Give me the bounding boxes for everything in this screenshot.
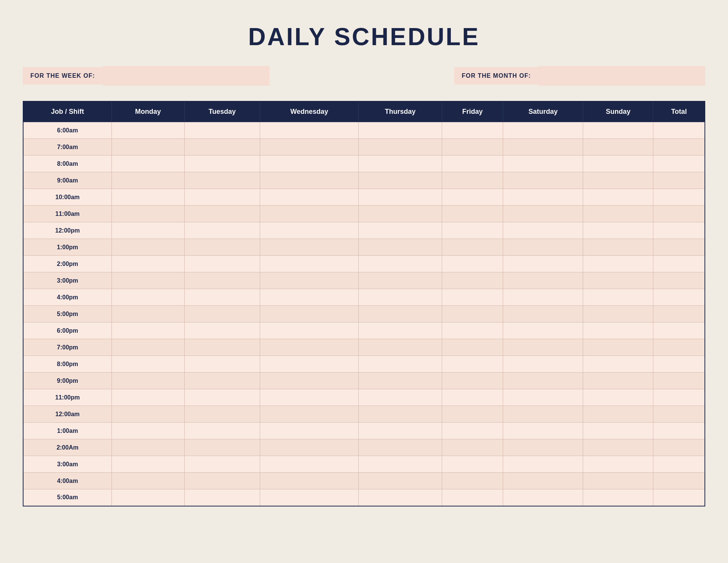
schedule-cell[interactable] bbox=[359, 306, 442, 322]
schedule-cell[interactable] bbox=[503, 456, 583, 473]
schedule-cell[interactable] bbox=[260, 256, 359, 272]
schedule-cell[interactable] bbox=[442, 206, 503, 222]
schedule-cell[interactable] bbox=[442, 189, 503, 206]
schedule-cell[interactable] bbox=[442, 356, 503, 373]
schedule-cell[interactable] bbox=[653, 373, 705, 389]
schedule-cell[interactable] bbox=[583, 206, 653, 222]
schedule-cell[interactable] bbox=[184, 473, 260, 489]
schedule-cell[interactable] bbox=[112, 222, 185, 239]
schedule-cell[interactable] bbox=[112, 356, 185, 373]
schedule-cell[interactable] bbox=[112, 423, 185, 439]
schedule-cell[interactable] bbox=[260, 272, 359, 289]
schedule-cell[interactable] bbox=[359, 122, 442, 139]
schedule-cell[interactable] bbox=[260, 189, 359, 206]
schedule-cell[interactable] bbox=[359, 139, 442, 156]
schedule-cell[interactable] bbox=[653, 139, 705, 156]
schedule-cell[interactable] bbox=[503, 122, 583, 139]
schedule-cell[interactable] bbox=[583, 256, 653, 272]
month-input[interactable] bbox=[538, 66, 705, 86]
schedule-cell[interactable] bbox=[359, 206, 442, 222]
schedule-cell[interactable] bbox=[112, 322, 185, 339]
schedule-cell[interactable] bbox=[653, 206, 705, 222]
week-input[interactable] bbox=[103, 66, 270, 86]
schedule-cell[interactable] bbox=[112, 172, 185, 189]
schedule-cell[interactable] bbox=[503, 423, 583, 439]
schedule-cell[interactable] bbox=[260, 456, 359, 473]
schedule-cell[interactable] bbox=[184, 489, 260, 506]
schedule-cell[interactable] bbox=[442, 172, 503, 189]
schedule-cell[interactable] bbox=[503, 239, 583, 256]
schedule-cell[interactable] bbox=[653, 156, 705, 172]
schedule-cell[interactable] bbox=[184, 356, 260, 373]
schedule-cell[interactable] bbox=[583, 339, 653, 356]
schedule-cell[interactable] bbox=[184, 306, 260, 322]
schedule-cell[interactable] bbox=[653, 356, 705, 373]
schedule-cell[interactable] bbox=[442, 406, 503, 423]
schedule-cell[interactable] bbox=[359, 373, 442, 389]
schedule-cell[interactable] bbox=[184, 172, 260, 189]
schedule-cell[interactable] bbox=[260, 122, 359, 139]
schedule-cell[interactable] bbox=[653, 456, 705, 473]
schedule-cell[interactable] bbox=[112, 256, 185, 272]
schedule-cell[interactable] bbox=[583, 189, 653, 206]
schedule-cell[interactable] bbox=[503, 156, 583, 172]
schedule-cell[interactable] bbox=[653, 339, 705, 356]
schedule-cell[interactable] bbox=[442, 239, 503, 256]
schedule-cell[interactable] bbox=[260, 289, 359, 306]
schedule-cell[interactable] bbox=[653, 423, 705, 439]
schedule-cell[interactable] bbox=[260, 339, 359, 356]
schedule-cell[interactable] bbox=[359, 406, 442, 423]
schedule-cell[interactable] bbox=[260, 139, 359, 156]
schedule-cell[interactable] bbox=[112, 373, 185, 389]
schedule-cell[interactable] bbox=[112, 489, 185, 506]
schedule-cell[interactable] bbox=[503, 256, 583, 272]
schedule-cell[interactable] bbox=[442, 222, 503, 239]
schedule-cell[interactable] bbox=[503, 139, 583, 156]
schedule-cell[interactable] bbox=[442, 289, 503, 306]
schedule-cell[interactable] bbox=[359, 423, 442, 439]
schedule-cell[interactable] bbox=[112, 206, 185, 222]
schedule-cell[interactable] bbox=[260, 473, 359, 489]
schedule-cell[interactable] bbox=[583, 239, 653, 256]
schedule-cell[interactable] bbox=[583, 222, 653, 239]
schedule-cell[interactable] bbox=[359, 289, 442, 306]
schedule-cell[interactable] bbox=[260, 222, 359, 239]
schedule-cell[interactable] bbox=[184, 222, 260, 239]
schedule-cell[interactable] bbox=[184, 389, 260, 406]
schedule-cell[interactable] bbox=[359, 389, 442, 406]
schedule-cell[interactable] bbox=[359, 256, 442, 272]
schedule-cell[interactable] bbox=[184, 256, 260, 272]
schedule-cell[interactable] bbox=[503, 389, 583, 406]
schedule-cell[interactable] bbox=[359, 239, 442, 256]
schedule-cell[interactable] bbox=[442, 122, 503, 139]
schedule-cell[interactable] bbox=[583, 356, 653, 373]
schedule-cell[interactable] bbox=[503, 306, 583, 322]
schedule-cell[interactable] bbox=[442, 306, 503, 322]
schedule-cell[interactable] bbox=[653, 306, 705, 322]
schedule-cell[interactable] bbox=[112, 473, 185, 489]
schedule-cell[interactable] bbox=[583, 122, 653, 139]
schedule-cell[interactable] bbox=[503, 406, 583, 423]
schedule-cell[interactable] bbox=[184, 189, 260, 206]
schedule-cell[interactable] bbox=[184, 456, 260, 473]
schedule-cell[interactable] bbox=[583, 272, 653, 289]
schedule-cell[interactable] bbox=[359, 322, 442, 339]
schedule-cell[interactable] bbox=[583, 439, 653, 456]
schedule-cell[interactable] bbox=[583, 456, 653, 473]
schedule-cell[interactable] bbox=[503, 473, 583, 489]
schedule-cell[interactable] bbox=[359, 339, 442, 356]
schedule-cell[interactable] bbox=[184, 406, 260, 423]
schedule-cell[interactable] bbox=[583, 139, 653, 156]
schedule-cell[interactable] bbox=[112, 439, 185, 456]
schedule-cell[interactable] bbox=[260, 172, 359, 189]
schedule-cell[interactable] bbox=[184, 139, 260, 156]
schedule-cell[interactable] bbox=[442, 423, 503, 439]
schedule-cell[interactable] bbox=[359, 272, 442, 289]
schedule-cell[interactable] bbox=[653, 406, 705, 423]
schedule-cell[interactable] bbox=[112, 306, 185, 322]
schedule-cell[interactable] bbox=[260, 389, 359, 406]
schedule-cell[interactable] bbox=[583, 289, 653, 306]
schedule-cell[interactable] bbox=[184, 423, 260, 439]
schedule-cell[interactable] bbox=[359, 356, 442, 373]
schedule-cell[interactable] bbox=[653, 439, 705, 456]
